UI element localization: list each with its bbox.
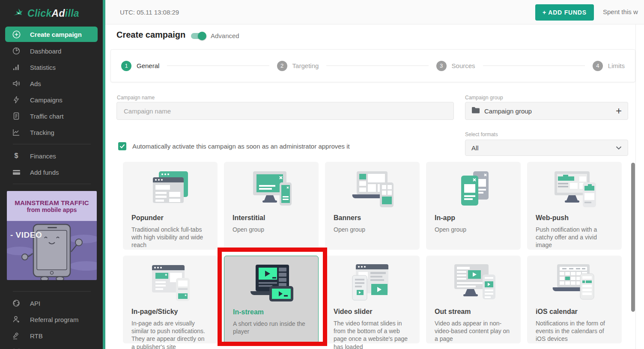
sidebar-item-label: RTB (30, 332, 43, 340)
step-label: Sources (452, 62, 475, 69)
ad-banner-line1: MAINSTREAM TRAFFIC (15, 199, 89, 206)
ad-banner-headline: MAINSTREAM TRAFFIC from mobile apps (7, 191, 97, 221)
step-limits[interactable]: 4 Limits (593, 61, 625, 71)
format-card-in-app[interactable]: In-app Open group (426, 162, 521, 250)
step-targeting[interactable]: 2 Targeting (277, 61, 319, 71)
step-general[interactable]: 1 General (121, 61, 159, 71)
select-formats-dropdown[interactable]: All (465, 140, 628, 156)
add-group-button[interactable]: + (616, 106, 622, 116)
format-title: Video slider (334, 308, 411, 316)
sidebar-divider (13, 184, 91, 184)
sidebar-item-label: Create campaign (30, 31, 82, 38)
format-desc: Open group (233, 226, 310, 233)
sidebar-divider (13, 291, 91, 292)
sidebar-item-label: Add funds (30, 169, 59, 176)
advanced-toggle[interactable] (191, 33, 206, 39)
sidebar-item-label: Traffic chart (30, 113, 63, 120)
sidebar-item-finances[interactable]: $ Finances (0, 148, 103, 164)
sidebar-item-tracking[interactable]: Tracking (0, 124, 103, 140)
sidebar-item-dashboard[interactable]: Dashboard (0, 43, 103, 59)
step-connector (483, 66, 585, 66)
campaign-name-input[interactable] (116, 102, 454, 120)
step-sources[interactable]: 3 Sources (436, 61, 475, 71)
sidebar-item-label: API (30, 300, 40, 307)
step-number: 4 (593, 61, 603, 71)
format-desc: Open group (334, 226, 411, 233)
format-card-video-slider[interactable]: Video slider The video format slides in … (325, 256, 420, 343)
ad-banner-art: - VIDEO (7, 221, 97, 280)
sidebar-item-label: Statistics (30, 64, 56, 71)
sidebar-item-traffic-chart[interactable]: Traffic chart (0, 108, 103, 124)
format-desc: A short video run inside the player (233, 320, 310, 335)
sidebar-item-statistics[interactable]: Statistics (0, 59, 103, 75)
format-card-interstitial[interactable]: Interstitial Open group (224, 162, 319, 250)
interstitial-icon (233, 167, 310, 212)
format-title: In-stream (233, 308, 310, 316)
clickadilla-logo[interactable]: ClickAdilla (0, 0, 103, 27)
video-slider-icon (334, 261, 411, 305)
format-card-in-page-sticky[interactable]: In-page/Sticky In-page ads are visually … (123, 256, 218, 343)
format-card-ios-calendar[interactable]: iOS calendar Notifications in the form o… (527, 256, 622, 343)
gavel-icon (12, 332, 21, 340)
bird-logo-icon (13, 7, 24, 20)
chevron-down-icon (616, 144, 622, 152)
sidebar-item-label: Finances (30, 152, 56, 160)
sidebar-item-blog[interactable]: Blog (0, 344, 103, 349)
format-desc: Push notification with a catchy offer an… (536, 226, 613, 249)
sidebar-item-campaigns[interactable]: Campaigns (0, 92, 103, 108)
step-number: 3 (436, 61, 447, 71)
link-icon (12, 299, 21, 307)
main-content: UTC: 05.11 13:08:29 + ADD FUNDS Spent th… (105, 0, 644, 349)
step-number: 1 (121, 61, 131, 71)
line-chart-icon (12, 128, 21, 136)
campaign-group-field[interactable]: Campaign group + (465, 102, 628, 120)
sidebar-item-api[interactable]: API (0, 295, 103, 311)
format-card-banners[interactable]: Banners Open group (325, 162, 420, 250)
sidebar-item-ads[interactable]: Ads (0, 75, 103, 92)
sidebar-item-label: Tracking (30, 129, 54, 136)
in-stream-icon (233, 261, 310, 306)
format-card-web-push[interactable]: Web-push Push notification with a catchy… (527, 162, 622, 250)
auto-activate-checkbox[interactable] (118, 142, 126, 150)
sidebar-item-create-campaign[interactable]: Create campaign (5, 27, 98, 42)
advanced-toggle-wrap: Advanced (191, 32, 239, 39)
format-card-in-stream[interactable]: In-stream A short video run inside the p… (224, 256, 319, 343)
app-window: ClickAdilla Create campaign Dashboard St… (0, 0, 644, 349)
topbar: UTC: 05.11 13:08:29 + ADD FUNDS Spent th… (105, 0, 644, 24)
format-cards-grid: Popunder Traditional onclick full-tabs w… (123, 162, 622, 343)
step-connector (326, 66, 428, 66)
in-app-icon (435, 167, 512, 212)
in-page-sticky-icon (131, 261, 209, 305)
format-desc: Open group (435, 226, 512, 233)
format-title: Out stream (435, 308, 512, 316)
sidebar-item-add-funds[interactable]: Add funds (0, 164, 103, 180)
format-title: Banners (334, 214, 411, 222)
add-funds-button[interactable]: + ADD FUNDS (535, 4, 594, 21)
format-card-popunder[interactable]: Popunder Traditional onclick full-tabs w… (123, 162, 218, 250)
content-edge-line (635, 24, 636, 349)
step-label: Limits (608, 62, 625, 69)
step-label: General (137, 62, 159, 69)
web-push-icon (536, 167, 613, 212)
format-title: In-app (435, 214, 512, 222)
sidebar-item-rtb[interactable]: RTB (0, 328, 103, 344)
popunder-icon (131, 167, 209, 212)
ad-banner-line3: - VIDEO (10, 230, 42, 240)
select-formats-value: All (471, 144, 616, 152)
plus-circle-icon (12, 30, 21, 39)
dollar-icon: $ (12, 152, 21, 160)
format-card-out-stream[interactable]: Out stream Video ads appear in non-video… (426, 256, 521, 343)
logo-text: ClickAdilla (27, 8, 79, 19)
sidebar-item-label: Dashboard (30, 48, 61, 55)
sidebar-item-referral-program[interactable]: Referral program (0, 311, 103, 328)
speaker-icon (12, 80, 21, 87)
format-title: Web-push (536, 214, 613, 222)
out-stream-icon (435, 261, 512, 305)
sidebar-ad-banner[interactable]: MAINSTREAM TRAFFIC from mobile apps (7, 191, 97, 280)
bar-chart-icon (12, 63, 21, 71)
format-title: iOS calendar (536, 308, 613, 316)
phone-mascot-illustration (7, 221, 97, 280)
format-title: Popunder (131, 214, 209, 222)
vertical-scrollbar[interactable] (631, 163, 635, 312)
format-desc: In-page ads are visually similar to push… (131, 319, 209, 349)
